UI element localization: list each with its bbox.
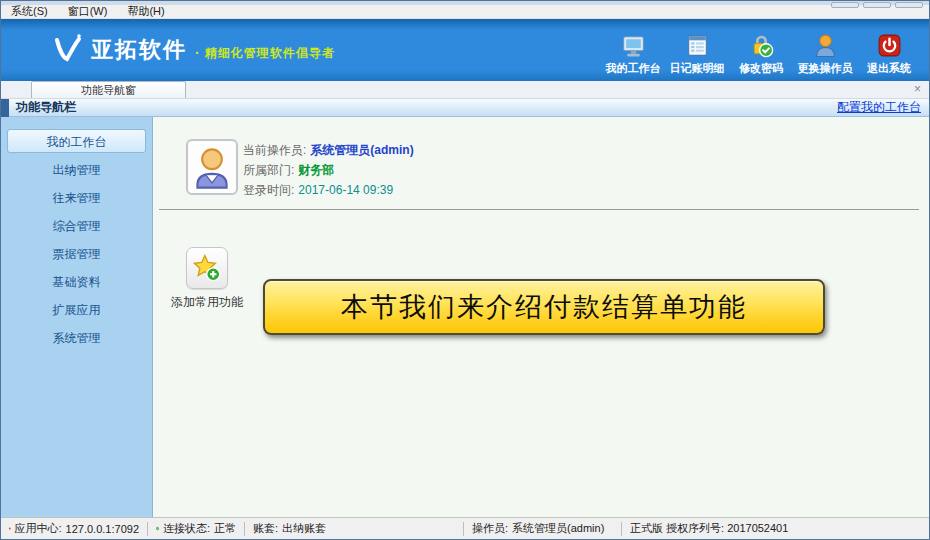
brand-block: 亚拓软件 · 精细化管理软件倡导者 [53,33,335,67]
toolbar-label: 修改密码 [739,61,783,76]
menu-help[interactable]: 帮助(H) [117,4,174,19]
nav-accent-block [1,99,9,117]
toolbar-label: 更换操作员 [798,61,853,76]
operator-info-block: 当前操作员:系统管理员(admin) 所属部门:财务部 登录时间:2017-06… [243,140,414,200]
status-connection: 连接状态: 正常 [148,518,244,539]
close-button[interactable] [895,2,923,8]
status-operator-label: 操作员: [472,521,508,536]
menu-window[interactable]: 窗口(W) [58,4,118,19]
app-center-icon [9,522,11,535]
brand-separator: · [195,45,200,61]
tab-strip: 功能导航窗 × [1,81,929,99]
account-value: 出纳账套 [282,521,326,536]
login-time-line: 登录时间:2017-06-14 09:39 [243,180,414,200]
toolbar-journal-detail[interactable]: 日记账明细 [665,32,729,76]
status-license: 正式版 授权序列号: 2017052401 [622,518,796,539]
license-text: 正式版 授权序列号: 2017052401 [630,521,788,536]
add-favorite-button[interactable] [186,247,228,289]
monitor-icon [620,32,647,59]
toolbar-my-workspace[interactable]: 我的工作台 [601,32,665,76]
brand-slogan: 精细化管理软件倡导者 [205,45,335,62]
avatar-person-icon [190,143,234,191]
content-layout: 我的工作台 出纳管理 往来管理 综合管理 票据管理 基础资料 扩展应用 系统管理… [1,117,929,517]
status-operator: 操作员: 系统管理员(admin) [464,518,621,539]
menu-system[interactable]: 系统(S) [1,4,58,19]
tab-function-navigation[interactable]: 功能导航窗 [31,81,186,98]
toolbar-change-operator[interactable]: 更换操作员 [793,32,857,76]
connection-value: 正常 [214,521,236,536]
sidebar-item-system-mgmt[interactable]: 系统管理 [7,325,146,349]
department-value: 财务部 [298,163,334,177]
connection-ok-icon [156,522,159,535]
connection-label: 连接状态: [163,521,210,536]
app-center-value: 127.0.0.1:7092 [66,523,139,535]
app-header: 亚拓软件 · 精细化管理软件倡导者 我的工作台 [1,19,929,81]
app-center-label: 应用中心: [15,521,62,536]
operator-label: 当前操作员: [243,143,306,157]
navigation-title-bar: 功能导航栏 配置我的工作台 [1,99,929,117]
add-favorite-label: 添加常用功能 [165,294,249,311]
nav-title: 功能导航栏 [16,99,76,116]
login-time-value: 2017-06-14 09:39 [298,183,393,197]
content-divider [159,209,919,210]
sidebar-item-basic-data[interactable]: 基础资料 [7,269,146,293]
minimize-button[interactable] [831,2,859,8]
status-operator-value: 系统管理员(admin) [512,521,604,536]
toolbar-label: 我的工作台 [606,61,661,76]
sidebar-item-comprehensive-mgmt[interactable]: 综合管理 [7,213,146,237]
lesson-banner: 本节我们来介绍付款结算单功能 [263,279,825,335]
brand-name: 亚拓软件 [91,35,187,65]
toolbar-label: 退出系统 [867,61,911,76]
status-account-set: 账套: 出纳账套 [245,518,463,539]
star-plus-icon [193,254,221,282]
operator-line: 当前操作员:系统管理员(admin) [243,140,414,160]
power-icon [876,32,903,59]
tab-close-icon[interactable]: × [914,82,921,96]
department-label: 所属部门: [243,163,294,177]
operator-icon [812,32,839,59]
sidebar-item-cashier-mgmt[interactable]: 出纳管理 [7,157,146,181]
status-app-center: 应用中心: 127.0.0.1:7092 [1,518,147,539]
maximize-button[interactable] [863,2,891,8]
lock-check-icon [748,32,775,59]
window-titlebar [1,1,929,5]
toolbar-change-password[interactable]: 修改密码 [729,32,793,76]
main-content: 当前操作员:系统管理员(admin) 所属部门:财务部 登录时间:2017-06… [153,117,929,517]
sidebar-item-bill-mgmt[interactable]: 票据管理 [7,241,146,265]
login-time-label: 登录时间: [243,183,294,197]
app-window: 系统(S) 窗口(W) 帮助(H) 亚拓软件 · 精细化管理软件倡导者 我的工作 [0,0,930,540]
header-toolbar: 我的工作台 日记账明细 修改密码 [601,32,921,76]
sidebar-nav: 我的工作台 出纳管理 往来管理 综合管理 票据管理 基础资料 扩展应用 系统管理 [1,117,153,517]
brand-logo-icon [53,33,83,67]
toolbar-exit-system[interactable]: 退出系统 [857,32,921,76]
operator-value: 系统管理员(admin) [310,143,413,157]
status-bar: 应用中心: 127.0.0.1:7092 连接状态: 正常 账套: 出纳账套 操… [1,517,929,539]
operator-avatar [186,139,238,195]
sidebar-item-my-workspace[interactable]: 我的工作台 [7,129,146,153]
menu-bar: 系统(S) 窗口(W) 帮助(H) [1,5,929,19]
sidebar-item-extended-apps[interactable]: 扩展应用 [7,297,146,321]
configure-workspace-link[interactable]: 配置我的工作台 [837,99,921,116]
journal-icon [684,32,711,59]
department-line: 所属部门:财务部 [243,160,414,180]
toolbar-label: 日记账明细 [670,61,725,76]
account-label: 账套: [253,521,278,536]
sidebar-item-contacts-mgmt[interactable]: 往来管理 [7,185,146,209]
